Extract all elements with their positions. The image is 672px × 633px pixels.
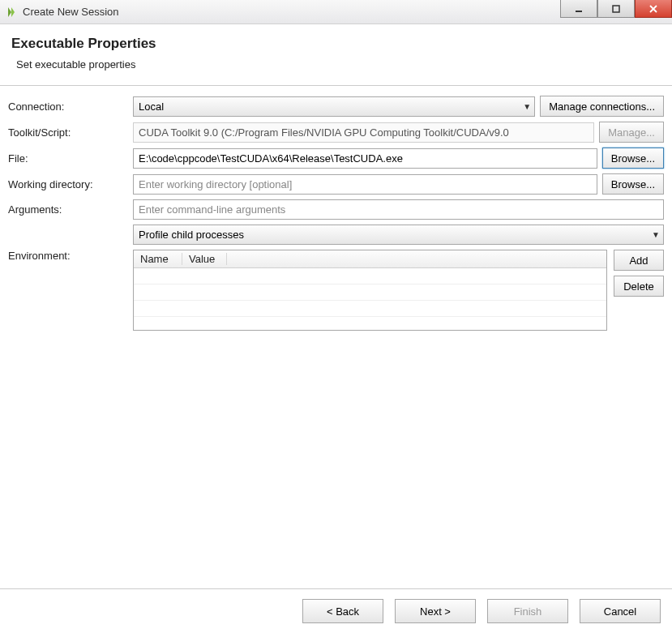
toolkit-label: Toolkit/Script: [8, 126, 128, 139]
finish-button[interactable]: Finish [487, 599, 568, 623]
cancel-button[interactable]: Cancel [580, 599, 661, 623]
window-controls [560, 0, 672, 18]
next-button[interactable]: Next > [395, 599, 476, 623]
file-browse-button[interactable]: Browse... [602, 148, 664, 169]
manage-connections-button[interactable]: Manage connections... [540, 96, 664, 117]
workdir-input[interactable] [133, 174, 597, 195]
table-row[interactable] [134, 284, 606, 301]
env-delete-button[interactable]: Delete [614, 276, 664, 297]
toolkit-value: CUDA Toolkit 9.0 (C:/Program Files/NVIDI… [133, 122, 594, 143]
chevron-down-icon: ▼ [523, 102, 531, 111]
env-col-name[interactable]: Name [134, 253, 182, 265]
close-button[interactable] [635, 0, 672, 18]
profile-mode-select[interactable]: Profile child processes ▼ [133, 225, 664, 245]
workdir-label: Working directory: [8, 178, 128, 190]
env-buttons: Add Delete [614, 250, 664, 331]
minimize-button[interactable] [560, 0, 597, 18]
environment-label: Environment: [8, 250, 128, 262]
environment-row: Environment: Name Value Add Delete [8, 250, 664, 331]
manage-toolkit-button[interactable]: Manage... [599, 122, 664, 143]
connection-select[interactable]: Local ▼ [133, 96, 535, 117]
workdir-browse-button[interactable]: Browse... [602, 173, 664, 195]
form-area: Connection: Local ▼ Manage connections..… [0, 86, 672, 331]
connection-value: Local [139, 101, 164, 113]
arguments-input[interactable] [133, 199, 664, 220]
env-col-value[interactable]: Value [182, 253, 227, 265]
app-icon [5, 6, 18, 19]
titlebar: Create New Session [0, 0, 672, 24]
env-add-button[interactable]: Add [614, 250, 664, 271]
profile-mode-row: Profile child processes ▼ [8, 225, 664, 245]
chevron-down-icon: ▼ [652, 230, 660, 239]
back-button[interactable]: < Back [302, 599, 383, 623]
env-table-body [134, 268, 606, 317]
connection-label: Connection: [8, 101, 128, 113]
svg-rect-1 [613, 6, 619, 12]
arguments-row: Arguments: [8, 199, 664, 220]
connection-row: Connection: Local ▼ Manage connections..… [8, 96, 664, 117]
window-title: Create New Session [23, 6, 119, 18]
arguments-label: Arguments: [8, 203, 128, 216]
file-label: File: [8, 152, 128, 165]
table-row[interactable] [134, 301, 606, 317]
table-row[interactable] [134, 268, 606, 284]
maximize-button[interactable] [597, 0, 635, 18]
svg-rect-0 [576, 11, 582, 12]
page-subtitle: Set executable properties [16, 58, 661, 71]
toolkit-row: Toolkit/Script: CUDA Toolkit 9.0 (C:/Pro… [8, 122, 664, 143]
dialog-header: Executable Properties Set executable pro… [0, 24, 672, 86]
file-row: File: Browse... [8, 148, 664, 169]
profile-mode-value: Profile child processes [139, 229, 244, 241]
file-input[interactable] [133, 148, 597, 169]
workdir-row: Working directory: Browse... [8, 173, 664, 195]
env-table-header: Name Value [134, 250, 606, 268]
dialog-footer: < Back Next > Finish Cancel [0, 588, 672, 633]
page-title: Executable Properties [11, 36, 661, 52]
environment-table[interactable]: Name Value [133, 250, 607, 331]
